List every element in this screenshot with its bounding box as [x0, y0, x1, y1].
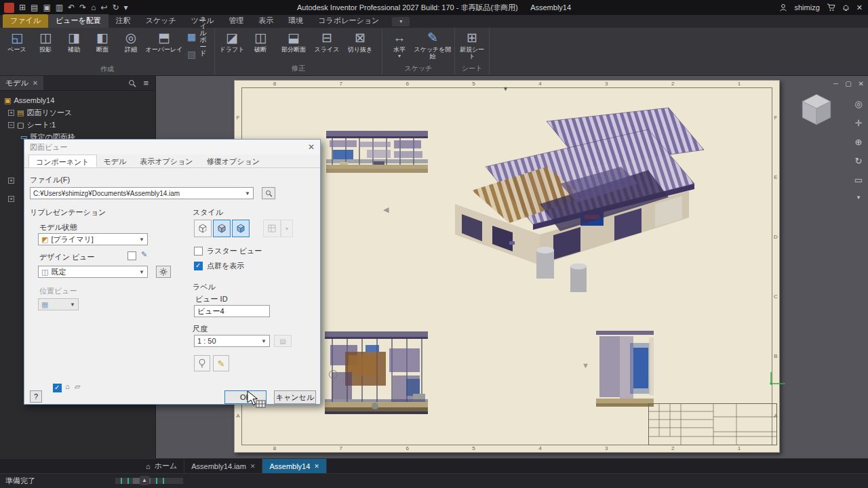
pointcloud-view-isometric[interactable]: [445, 102, 706, 316]
scale-combo[interactable]: 1 : 50 ▼: [194, 335, 270, 347]
signed-in-user[interactable]: shimizg: [794, 3, 819, 12]
help-button[interactable]: ?: [30, 390, 42, 403]
mini-scrollbar[interactable]: [115, 478, 183, 484]
browse-file-button[interactable]: [262, 187, 275, 199]
scroll-up-button[interactable]: ▲: [140, 476, 149, 485]
nailboard-sub-button[interactable]: ▧: [183, 45, 212, 63]
ribbon-tab-view[interactable]: 表示: [251, 14, 281, 28]
show-point-cloud-checkbox[interactable]: [194, 262, 203, 270]
dialog-tab-model[interactable]: モデル: [97, 155, 134, 167]
ribbon-tab-environments[interactable]: 環境: [281, 14, 311, 28]
section-view-button[interactable]: ◧ 断面: [88, 28, 117, 63]
break-out-button[interactable]: ⬓ 部分断面: [275, 28, 313, 62]
tab-close-icon[interactable]: ✕: [314, 463, 319, 470]
view-cube[interactable]: [795, 88, 837, 130]
projected-view-button[interactable]: ◫ 投影: [31, 28, 60, 63]
pointcloud-view-side[interactable]: [596, 331, 654, 409]
expand-plus-icon[interactable]: +: [8, 196, 14, 202]
collapse-minus-icon[interactable]: −: [8, 122, 14, 128]
print-icon[interactable]: ▥: [56, 3, 63, 12]
break-button[interactable]: ◫ 破断: [246, 28, 275, 62]
undo-icon[interactable]: ↶: [68, 3, 75, 12]
open-icon[interactable]: ▤: [31, 3, 38, 12]
style-shaded-button[interactable]: [232, 220, 250, 237]
dialog-close-icon[interactable]: ✕: [308, 142, 315, 152]
search-icon[interactable]: [128, 79, 136, 87]
crop-button[interactable]: ⊠ 切り抜き: [341, 28, 379, 62]
cart-icon[interactable]: [827, 3, 835, 12]
dialog-title-bar[interactable]: 図面ビュー ✕: [24, 140, 320, 155]
style-hidden-line-removed-button[interactable]: [213, 220, 231, 237]
edit-view-label-button[interactable]: ✎: [213, 355, 229, 371]
ribbon-tab-collaborate[interactable]: コラボレーション: [311, 14, 387, 28]
browser-close-icon[interactable]: ✕: [33, 79, 38, 87]
detail-view-button[interactable]: ◎ 詳細: [117, 28, 145, 63]
design-view-combo[interactable]: ◫ 既定 ▼: [38, 266, 148, 278]
style-hidden-line-button[interactable]: [194, 220, 212, 237]
file-combo[interactable]: C:¥Users¥shimizg¥Documents¥Assembly14.ia…: [30, 187, 254, 199]
work-point-marker[interactable]: [329, 370, 338, 379]
draft-view-button[interactable]: ◪ ドラフト: [218, 28, 246, 62]
expand-plus-icon[interactable]: +: [8, 178, 14, 184]
slice-button[interactable]: ⊟ スライス: [313, 28, 341, 62]
return-icon[interactable]: ↩: [100, 3, 107, 12]
pan-icon[interactable]: ✛: [855, 118, 863, 128]
navbar-more-icon[interactable]: ▾: [857, 194, 861, 201]
dialog-tab-recovery-options[interactable]: 修復オプション: [200, 155, 267, 167]
tree-item-drawing-resources[interactable]: + ▤ 図面リソース: [4, 106, 155, 119]
new-sheet-button[interactable]: ⊞ 新規シート: [458, 28, 486, 62]
bell-icon[interactable]: [842, 3, 850, 12]
browser-menu-icon[interactable]: ≡: [143, 78, 149, 88]
document-tab-assembly-drawing[interactable]: Assembly14 ✕: [262, 459, 326, 473]
ribbon-tab-file[interactable]: ファイル: [3, 14, 48, 28]
browser-tab-model[interactable]: モデル ✕: [0, 76, 43, 90]
toggle-label-visibility-button[interactable]: [194, 355, 210, 371]
pointcloud-view-front-top[interactable]: [326, 129, 428, 178]
update-icon[interactable]: ↻: [113, 3, 119, 12]
orbit-icon[interactable]: ↻: [855, 156, 863, 166]
qat-more-icon[interactable]: ▾: [124, 3, 128, 12]
dialog-tab-display-options[interactable]: 表示オプション: [133, 155, 199, 167]
new-file-icon[interactable]: ⊞: [19, 3, 26, 12]
view-id-input[interactable]: [194, 305, 270, 317]
document-tab-assembly-iam[interactable]: Assembly14.iam ✕: [184, 459, 262, 473]
doc-restore-icon[interactable]: ▢: [845, 80, 851, 87]
ribbon-tab-manage[interactable]: 管理: [221, 14, 251, 28]
design-view-associative-checkbox[interactable]: [127, 251, 136, 260]
tree-item-sheet1[interactable]: − ▢ シート:1: [4, 119, 155, 131]
look-at-icon[interactable]: ▭: [854, 175, 863, 185]
tab-close-icon[interactable]: ✕: [250, 463, 256, 470]
close-icon[interactable]: ✕: [856, 3, 863, 12]
ribbon-tab-annotate[interactable]: 注釈: [108, 14, 138, 28]
redo-icon[interactable]: ↷: [79, 3, 86, 12]
ribbon-tab-place-views[interactable]: ビューを配置: [48, 14, 108, 28]
inventor-logo[interactable]: [4, 3, 14, 13]
footer-option-checkbox[interactable]: [53, 384, 62, 392]
save-icon[interactable]: ▣: [43, 3, 50, 12]
raster-view-checkbox[interactable]: [194, 247, 203, 256]
expand-plus-icon[interactable]: +: [8, 110, 14, 116]
dialog-tab-component[interactable]: コンポーネント: [28, 155, 97, 167]
home-icon[interactable]: ⌂: [91, 3, 96, 12]
ribbon-extra-dropdown[interactable]: ▾: [392, 17, 410, 26]
doc-minimize-icon[interactable]: ─: [833, 80, 838, 87]
start-sketch-button[interactable]: ✎ スケッチを開始: [414, 28, 452, 62]
overlay-view-button[interactable]: ⬒ オーバーレイ: [145, 28, 183, 63]
full-navigation-wheel-icon[interactable]: ◎: [854, 99, 862, 109]
tree-item-assembly[interactable]: ▣ Assembly14: [4, 94, 155, 106]
cancel-button[interactable]: キャンセル: [274, 390, 316, 404]
doc-close-icon[interactable]: ✕: [859, 80, 864, 87]
user-icon[interactable]: [779, 3, 787, 12]
zoom-icon[interactable]: ⊕: [855, 137, 863, 147]
ribbon-tab-sketch[interactable]: スケッチ: [138, 14, 184, 28]
nailboard-view-button[interactable]: ▦ ネイルボード: [183, 28, 212, 45]
auxiliary-view-button[interactable]: ◨ 補助: [60, 28, 88, 63]
base-view-button[interactable]: ◱ ベース: [3, 28, 31, 63]
model-state-combo[interactable]: ◩ [プライマリ] ▼: [38, 233, 148, 245]
horizontal-button[interactable]: ↔ 水平 ▾: [385, 28, 414, 62]
design-view-settings-button[interactable]: [156, 266, 171, 278]
home-tab[interactable]: ⌂ ホーム: [139, 459, 184, 473]
detail-view-icon: ◎: [125, 30, 137, 46]
horizontal-dropdown-icon[interactable]: ▾: [398, 53, 401, 60]
work-point-marker[interactable]: [372, 403, 378, 409]
